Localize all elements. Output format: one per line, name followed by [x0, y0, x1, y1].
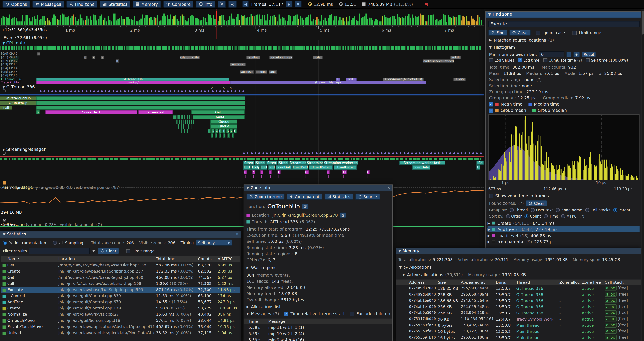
- cpu-zone[interactable]: cds: [313, 56, 323, 59]
- zone[interactable]: [36, 96, 245, 100]
- message-dot[interactable]: [300, 152, 302, 154]
- zone[interactable]: LoadData: [412, 165, 430, 170]
- message-dot[interactable]: [377, 152, 378, 154]
- stats-row[interactable]: Normalizejni/../jni/src/claw/vfs/Vfs.cpp…: [1, 311, 240, 318]
- cpu-zone[interactable]: audiose: [240, 70, 254, 74]
- zone[interactable]: o: [226, 129, 229, 133]
- cpu-zone[interactable]: aut: [268, 70, 277, 74]
- message-dot[interactable]: [342, 152, 344, 154]
- message-dot[interactable]: [446, 152, 447, 154]
- stats-row[interactable]: Createjni/../jni/src/guif/Control.cpp:17…: [1, 305, 240, 311]
- zone[interactable]: [232, 134, 234, 138]
- zone[interactable]: Create: [193, 115, 245, 119]
- zone[interactable]: LoadDaU: [276, 165, 292, 170]
- frame-jump-button[interactable]: ▼: [295, 1, 301, 8]
- message-dot[interactable]: [242, 90, 244, 92]
- message-dot[interactable]: [151, 90, 152, 92]
- zone[interactable]: Strea: [255, 161, 266, 165]
- zone[interactable]: s: [36, 110, 40, 115]
- zone[interactable]: [36, 106, 245, 110]
- stats-row[interactable]: OnTouchMovejni/../jni/src/guif/Screen.cp…: [1, 318, 240, 324]
- zone[interactable]: U: [219, 129, 222, 133]
- alloc-callstack-button[interactable]: alloc: [604, 292, 616, 297]
- cpu-zone[interactable]: TraO: [346, 77, 356, 81]
- message-dot[interactable]: [442, 152, 444, 154]
- message-dot[interactable]: [212, 90, 214, 92]
- zone[interactable]: OnTouchUp: [0, 101, 36, 105]
- zone[interactable]: E: [173, 115, 176, 119]
- message-dot[interactable]: [243, 152, 245, 154]
- message-dot[interactable]: [251, 152, 252, 154]
- message-dot[interactable]: [281, 152, 283, 154]
- zone[interactable]: [223, 134, 226, 138]
- zone[interactable]: Queue: [210, 120, 238, 124]
- scrollbar-track[interactable]: [642, 9, 644, 341]
- message-dot[interactable]: [40, 90, 42, 92]
- found-zone-group[interactable]: ▶AddTree(18,542)227.19 ms: [488, 226, 640, 232]
- prev-frame-button[interactable]: ◀: [242, 1, 249, 8]
- zone[interactable]: Streaming: [306, 161, 323, 165]
- zone[interactable]: LoadData: [334, 165, 356, 170]
- message-dot[interactable]: [200, 90, 202, 92]
- zone[interactable]: St: [476, 161, 484, 165]
- message-dot[interactable]: [453, 152, 455, 154]
- expand-arrow-icon[interactable]: ▶: [488, 221, 490, 225]
- zone[interactable]: Streaming: [289, 161, 306, 165]
- alloc-callstack-button[interactable]: alloc: [604, 335, 616, 340]
- zone[interactable]: LoadData: [309, 165, 333, 170]
- message-dot[interactable]: [457, 152, 459, 154]
- zone[interactable]: Ci: [342, 170, 346, 174]
- expand-arrow-icon[interactable]: ▶: [488, 234, 490, 237]
- message-dot[interactable]: [204, 90, 206, 92]
- alloc-callstack-button[interactable]: alloc: [604, 329, 616, 334]
- cpu-zone[interactable]: cds_ol_rx_thr: [180, 56, 200, 59]
- message-dot[interactable]: [404, 152, 405, 154]
- message-dot[interactable]: [419, 152, 420, 154]
- zone[interactable]: i: [230, 129, 233, 133]
- cpu-zone[interactable]: audio: [454, 77, 466, 81]
- zone[interactable]: ScreenText: [45, 110, 137, 115]
- toolbar-button-memory[interactable]: Memory: [132, 1, 161, 8]
- memory-row[interactable]: 0x74ab1be040186.68 KB294,645,364ns13:50.…: [396, 298, 641, 304]
- toolbar-button-tools[interactable]: [218, 1, 226, 8]
- message-dot[interactable]: [480, 152, 482, 154]
- message-dot[interactable]: [166, 90, 168, 92]
- next-frame-button[interactable]: ▶: [286, 1, 292, 8]
- zone[interactable]: C: [327, 170, 330, 174]
- zone[interactable]: C: [244, 170, 247, 174]
- message-dot[interactable]: [162, 90, 164, 92]
- stats-row[interactable]: Get/mnt/e/claw/src/claw/base/Registry.hp…: [1, 274, 240, 281]
- message-dot[interactable]: [193, 90, 194, 92]
- cpu-zone[interactable]: c: [84, 56, 86, 59]
- zone[interactable]: ScreenText: [138, 110, 173, 115]
- zone[interactable]: LoadDaU: [292, 165, 308, 170]
- message-dot[interactable]: [392, 152, 394, 154]
- cpu-zone[interactable]: audio.service (effect): [423, 60, 454, 63]
- message-dot[interactable]: [358, 152, 360, 154]
- message-dot[interactable]: [154, 90, 156, 92]
- zone[interactable]: [36, 101, 245, 105]
- stats-row[interactable]: Executejni/../jni/src/claw/base/LuaScrip…: [1, 287, 240, 293]
- stats-row[interactable]: Get/mnt/e/claw/src/claw/base/AssetDict.h…: [1, 262, 240, 268]
- message-dot[interactable]: [116, 90, 118, 92]
- memory-row[interactable]: 0x7553b9fa9016 bytes153,722,396ns13:50.8…: [396, 329, 641, 335]
- message-dot[interactable]: [366, 152, 367, 154]
- cpu-zone[interactable]: audio.: [256, 70, 267, 74]
- message-dot[interactable]: [112, 90, 114, 92]
- zone[interactable]: [215, 134, 217, 138]
- message-dot[interactable]: [338, 152, 340, 154]
- message-dot[interactable]: [97, 90, 99, 92]
- cpu-zone[interactable]: GLThread 336: [36, 77, 229, 81]
- found-zone-group[interactable]: ▶LoadLevel(18)406.88 µs: [488, 233, 640, 238]
- zone[interactable]: LoU: [268, 165, 275, 170]
- message-dot[interactable]: [293, 152, 294, 154]
- zone[interactable]: Strea: [278, 161, 289, 165]
- zone[interactable]: C: [269, 170, 272, 174]
- stats-row[interactable]: ~Controljni/../jni/src/guif/Control.cpp:…: [1, 293, 240, 299]
- memory-usage-plot[interactable]: [0, 185, 484, 215]
- message-dot[interactable]: [327, 152, 329, 154]
- toolbar-button-messages[interactable]: Messages: [32, 1, 64, 8]
- zone[interactable]: U: [234, 129, 236, 133]
- toolbar-button-statistics[interactable]: Statistics: [100, 1, 130, 8]
- cpu-zone[interactable]: mi.tl: [450, 56, 461, 59]
